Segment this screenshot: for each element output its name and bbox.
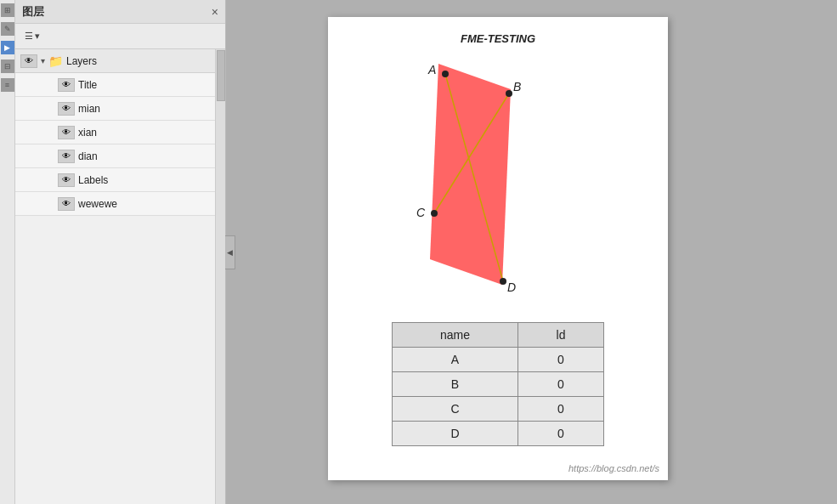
layer-name-xian: xian: [78, 127, 220, 139]
left-toolbar: ⊞ ✎ ▶ ⊟ ≡: [0, 0, 15, 504]
layer-name-dian: dian: [78, 150, 220, 162]
point-d: [500, 278, 506, 285]
layer-item-title[interactable]: 👁 Title: [15, 73, 225, 97]
point-a: [442, 71, 449, 77]
map-svg: A B C D: [353, 64, 634, 319]
eye-icon-title[interactable]: 👁: [58, 78, 75, 92]
table-cell-ld-c: 0: [517, 397, 603, 422]
table-cell-name-d: D: [393, 422, 518, 446]
eye-icon-wewewe[interactable]: 👁: [58, 197, 75, 211]
table-row: D 0: [393, 422, 604, 446]
canvas-page: FME-TESTING A B C D name: [328, 17, 668, 480]
layer-item-mian[interactable]: 👁 mian: [15, 97, 225, 121]
scroll-thumb[interactable]: [217, 50, 225, 101]
layer-item-dian[interactable]: 👁 dian: [15, 144, 225, 168]
point-c: [431, 210, 438, 217]
map-title: FME-TESTING: [461, 32, 535, 45]
polygon-mian: [430, 64, 511, 285]
expand-icon[interactable]: ▾: [41, 56, 45, 65]
label-a: A: [427, 63, 436, 76]
folder-icon: 📁: [48, 54, 63, 68]
list-icon: ☰: [25, 31, 33, 42]
table-cell-name-a: A: [393, 348, 518, 372]
toolbar-icon-5[interactable]: ≡: [1, 78, 14, 92]
eye-icon-dian[interactable]: 👁: [58, 150, 75, 163]
layer-name-labels: Labels: [78, 174, 220, 186]
group-name: Layers: [66, 55, 220, 67]
table-row: C 0: [393, 397, 604, 422]
watermark: https://blog.csdn.net/s: [568, 463, 659, 473]
toolbar-icon-1[interactable]: ⊞: [1, 3, 14, 17]
eye-icon-group[interactable]: 👁: [20, 54, 37, 68]
collapse-handle[interactable]: ◀: [225, 235, 235, 269]
table-row: A 0: [393, 348, 604, 372]
panel-header: 图层 ×: [15, 0, 225, 24]
toolbar-icon-2[interactable]: ✎: [1, 22, 14, 36]
dropdown-arrow-icon: ▾: [35, 31, 40, 42]
table-cell-ld-a: 0: [517, 348, 603, 372]
layers-panel: 图层 × ☰ ▾ 👁 ▾ 📁 Layers 👁 Title 👁: [15, 0, 226, 504]
eye-icon-xian[interactable]: 👁: [58, 126, 75, 139]
label-b: B: [513, 80, 521, 93]
point-b: [506, 90, 512, 97]
data-table: name ld A 0 B 0 C 0 D 0: [392, 322, 604, 446]
table-body: A 0 B 0 C 0 D 0: [393, 348, 604, 446]
table-row: B 0: [393, 372, 604, 397]
eye-icon-labels[interactable]: 👁: [58, 173, 75, 187]
layer-item-xian[interactable]: 👁 xian: [15, 121, 225, 144]
table-cell-name-b: B: [393, 372, 518, 397]
eye-icon-mian[interactable]: 👁: [58, 102, 75, 116]
label-c: C: [416, 206, 426, 219]
panel-title: 图层: [22, 4, 44, 20]
table-cell-ld-b: 0: [517, 372, 603, 397]
panel-close-button[interactable]: ×: [212, 6, 218, 18]
label-d: D: [507, 280, 516, 294]
panel-toolbar: ☰ ▾: [15, 24, 225, 49]
layer-name-mian: mian: [78, 103, 220, 115]
toolbar-icon-4[interactable]: ⊟: [1, 59, 14, 73]
list-view-button[interactable]: ☰ ▾: [20, 28, 44, 44]
layer-item-wewewe[interactable]: 👁 wewewe: [15, 192, 225, 216]
layer-group-layers[interactable]: 👁 ▾ 📁 Layers: [15, 49, 225, 73]
collapse-arrow-icon: ◀: [227, 248, 233, 257]
layer-name-title: Title: [78, 79, 220, 91]
toolbar-icon-3[interactable]: ▶: [1, 41, 14, 54]
table-cell-ld-d: 0: [517, 422, 603, 446]
table-header-ld: ld: [517, 323, 603, 348]
table-cell-name-c: C: [393, 397, 518, 422]
main-area: FME-TESTING A B C D name: [226, 0, 837, 504]
layer-name-wewewe: wewewe: [78, 198, 220, 210]
panel-scrollbar[interactable]: [215, 49, 225, 504]
layer-tree: 👁 ▾ 📁 Layers 👁 Title 👁 mian 👁 xian 👁 di: [15, 49, 225, 216]
table-header-name: name: [393, 323, 518, 348]
panel-content: 👁 ▾ 📁 Layers 👁 Title 👁 mian 👁 xian 👁 di: [15, 49, 225, 504]
layer-item-labels[interactable]: 👁 Labels: [15, 168, 225, 192]
